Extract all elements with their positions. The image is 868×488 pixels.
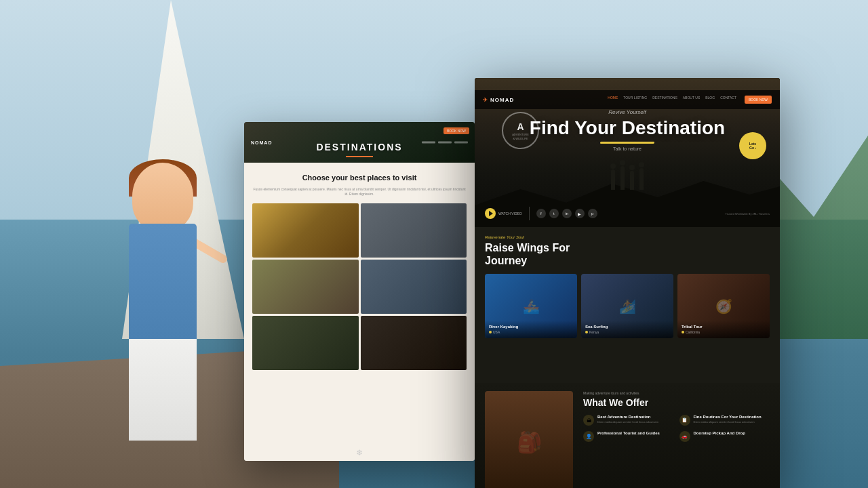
snowflake-icon: ❄ xyxy=(356,448,363,458)
hero-tagline: Talk to nature xyxy=(488,146,766,151)
offer-routines-desc: Dnim maika aliquam semiter local focus a… xyxy=(694,420,770,424)
mockup-left-body: Choose your best places to visit Fusce e… xyxy=(244,163,475,380)
hero-divider xyxy=(529,207,530,220)
nav-item-home[interactable]: HOME xyxy=(608,96,618,104)
card-tribal-title: Tribal Tour xyxy=(682,325,766,329)
lets-go-label: LetsGo › xyxy=(749,142,756,150)
title-underline xyxy=(346,156,373,157)
mockup-left-header: NOMAD BOOK NOW DESTINATIONS xyxy=(244,122,475,163)
watch-video-btn[interactable]: WATCH VIDEO xyxy=(485,208,522,219)
raise-wings-title: Raise Wings ForJourney xyxy=(485,241,770,267)
card-surfing-location: Kenya xyxy=(585,330,669,334)
trusted-text: Trusted Worldwide By 2M+ Travelers xyxy=(726,212,770,216)
offer-adventure-desc: Dnim maika aliquam semiter local focus a… xyxy=(597,420,674,424)
watch-video-label: WATCH VIDEO xyxy=(498,211,522,216)
mockup-left: NOMAD BOOK NOW DESTINATIONS Choose your … xyxy=(244,122,475,461)
nav-item-tour[interactable]: TOUR LISTING xyxy=(623,96,647,104)
offer-item-tourist: 👤 Professional Tourist and Guides xyxy=(583,431,674,442)
figure-3 xyxy=(630,171,634,190)
mockup-right: +00 123 456789 support@nomad.com NOMAD H… xyxy=(475,78,780,488)
grid-image-2[interactable] xyxy=(361,203,467,258)
offer-title: What We Offer xyxy=(583,397,770,408)
nav-items: HOME TOUR LISTING DESTINATIONS ABOUT US … xyxy=(608,96,772,104)
offer-text-tourist: Professional Tourist and Guides xyxy=(597,431,674,436)
mockup-left-footer: ❄ xyxy=(244,444,475,461)
social-icon-pt[interactable]: p xyxy=(588,209,597,218)
card-surfing-title: Sea Surfing xyxy=(585,325,669,329)
raise-wings-label: Rejuvenate Your Soul xyxy=(485,235,770,239)
offer-text-adventure: Best Adventure Destination Dnim maika al… xyxy=(597,415,674,424)
mockup-left-hero-title: DESTINATIONS xyxy=(316,142,402,152)
offer-item-routines: 📋 Fine Routines For Your Destination Dni… xyxy=(679,415,770,426)
nav-item-blog[interactable]: BLOG xyxy=(705,96,715,104)
main-hero-title: Find Your Destination xyxy=(488,118,766,139)
social-icon-t[interactable]: t xyxy=(549,209,559,218)
person-pants xyxy=(129,339,197,441)
mockup-left-book-btn[interactable]: BOOK NOW xyxy=(443,127,469,134)
raise-wings-section: Rejuvenate Your Soul Raise Wings ForJour… xyxy=(475,227,780,345)
card-tribal-location: California xyxy=(682,330,766,334)
play-button[interactable] xyxy=(485,208,496,219)
routines-icon: 📋 xyxy=(679,415,690,426)
lets-go-button[interactable]: LetsGo › xyxy=(739,132,766,159)
nav-item-contact[interactable]: CONTACT xyxy=(720,96,736,104)
card-kayaking-location: USA xyxy=(489,330,573,334)
destinations-heading: Choose your best places to visit xyxy=(252,173,467,183)
offer-text-pickup: Doorstep Pickup And Drop xyxy=(694,431,770,436)
offer-section-image: 🎒 xyxy=(485,391,573,488)
figure-2 xyxy=(620,166,625,190)
offer-routines-title: Fine Routines For Your Destination xyxy=(694,415,770,419)
person-torso xyxy=(129,224,197,346)
nav-book-button[interactable]: BOOK NOW xyxy=(745,96,772,104)
figure-1 xyxy=(611,169,615,190)
person xyxy=(68,41,258,447)
offer-label: Making adventure tours and activities xyxy=(583,391,770,395)
location-pin-icon-2 xyxy=(585,331,588,333)
offer-adventure-title: Best Adventure Destination xyxy=(597,415,674,419)
grid-image-1[interactable] xyxy=(252,203,359,258)
grid-image-4[interactable] xyxy=(361,260,467,314)
revive-text: Revive Yourself xyxy=(488,109,766,115)
person-head xyxy=(132,163,193,230)
card-kayaking[interactable]: 🚣 River Kayaking USA xyxy=(485,274,577,338)
mockup-left-nav xyxy=(422,142,468,144)
card-kayaking-title: River Kayaking xyxy=(489,325,573,329)
figure-4 xyxy=(639,168,644,190)
offer-item-adventure: 🏔 Best Adventure Destination Dnim maika … xyxy=(583,415,674,426)
social-icon-f[interactable]: f xyxy=(536,209,546,218)
adventure-icon: 🏔 xyxy=(583,415,594,426)
destinations-grid xyxy=(252,203,467,370)
offer-text-routines: Fine Routines For Your Destination Dnim … xyxy=(694,415,770,424)
social-icons-row: f t in ▶ p xyxy=(536,209,597,218)
play-icon xyxy=(489,211,493,216)
pickup-icon: 🚗 xyxy=(679,431,690,442)
offer-tourist-title: Professional Tourist and Guides xyxy=(597,431,674,435)
social-icon-yt[interactable]: ▶ xyxy=(575,209,585,218)
destinations-subtext: Fusce elementum consequat sapien at posu… xyxy=(252,187,467,197)
card-tribal[interactable]: 🧭 Tribal Tour California xyxy=(677,274,770,338)
what-we-offer-section: 🎒 Making adventure tours and activities … xyxy=(475,383,780,488)
grid-image-6[interactable] xyxy=(361,316,467,370)
nav-item-about[interactable]: ABOUT US xyxy=(683,96,700,104)
card-surfing-overlay: Sea Surfing Kenya xyxy=(581,321,673,338)
location-pin-icon-3 xyxy=(682,331,684,333)
hiking-figures xyxy=(611,166,644,190)
offer-items-grid: 🏔 Best Adventure Destination Dnim maika … xyxy=(583,415,770,442)
main-nav: NOMAD HOME TOUR LISTING DESTINATIONS ABO… xyxy=(475,90,780,109)
offer-pickup-title: Doorstep Pickup And Drop xyxy=(694,431,770,435)
activity-cards: 🚣 River Kayaking USA 🏄 Sea Surfing xyxy=(485,274,770,338)
location-pin-icon xyxy=(489,331,492,333)
grid-image-3[interactable] xyxy=(252,260,359,314)
mockup-left-logo: NOMAD xyxy=(251,140,272,145)
grid-image-5[interactable] xyxy=(252,316,359,370)
card-surfing[interactable]: 🏄 Sea Surfing Kenya xyxy=(581,274,673,338)
tourist-icon: 👤 xyxy=(583,431,594,442)
card-kayaking-overlay: River Kayaking USA xyxy=(485,321,577,338)
offer-content: Making adventure tours and activities Wh… xyxy=(583,391,770,442)
title-underline-decoration xyxy=(600,142,655,144)
nav-logo[interactable]: NOMAD xyxy=(483,97,514,103)
hero-text-area: Revive Yourself Find Your Destination Ta… xyxy=(475,109,780,151)
card-tribal-overlay: Tribal Tour California xyxy=(677,321,770,338)
nav-item-destinations[interactable]: DESTINATIONS xyxy=(652,96,677,104)
social-icon-in[interactable]: in xyxy=(562,209,572,218)
